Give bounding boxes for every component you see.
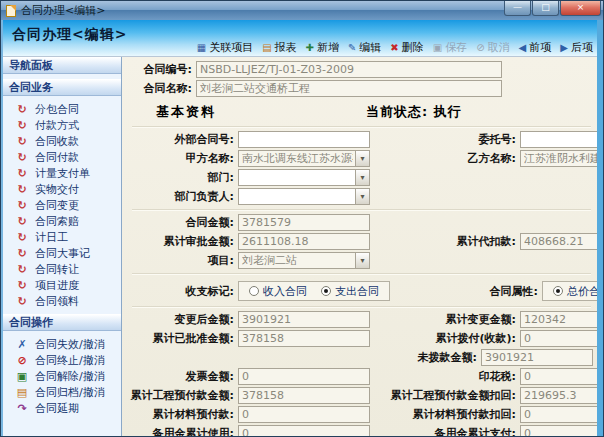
- party-b-select[interactable]: ▾: [520, 150, 597, 167]
- approved-total-input[interactable]: [238, 233, 370, 250]
- sidebar-item[interactable]: ↻ 实物交付: [3, 181, 121, 197]
- sidebar-item[interactable]: ↷ 合同延期: [3, 400, 121, 416]
- sidebar-item-label: 实物交付: [35, 182, 79, 197]
- toolbar-button[interactable]: ⊘ 取消: [476, 40, 509, 55]
- separator: [132, 273, 591, 275]
- sidebar-item[interactable]: ▣ 合同解除/撤消: [3, 368, 121, 384]
- sidebar-item[interactable]: ▤ 合同归档/撤消: [3, 384, 121, 400]
- dept-head-select[interactable]: ▾: [238, 188, 370, 205]
- close-button[interactable]: ×: [560, 1, 601, 16]
- toolbar-button-label: 取消: [488, 40, 510, 55]
- sidebar-item-label: 合同归档/撤消: [35, 385, 105, 400]
- chevron-down-icon[interactable]: ▾: [355, 151, 369, 166]
- toolbar-button-icon: ▶: [560, 43, 568, 53]
- toolbar-button-label: 新增: [317, 40, 339, 55]
- sidebar-item[interactable]: ↻ 计日工: [3, 229, 121, 245]
- unpaid-amount-input[interactable]: [481, 349, 593, 366]
- change-total-input[interactable]: [520, 311, 597, 328]
- sidebar-item[interactable]: ↻ 合同大事记: [3, 245, 121, 261]
- after-change-input[interactable]: [238, 311, 370, 328]
- approved-done-input[interactable]: [238, 330, 370, 347]
- department-select[interactable]: ▾: [238, 169, 370, 186]
- project-select[interactable]: ▾: [238, 252, 370, 269]
- contract-name-input[interactable]: [196, 80, 502, 97]
- sidebar-item[interactable]: ↻ 合同索赔: [3, 213, 121, 229]
- chevron-down-icon[interactable]: ▾: [355, 253, 369, 268]
- reserve-used-input[interactable]: [238, 425, 370, 436]
- radio-option[interactable]: 支出合同: [321, 284, 379, 299]
- invoice-amount-input[interactable]: [238, 368, 370, 385]
- nav-panel-title: 导航面板: [3, 57, 121, 74]
- radio-icon[interactable]: [249, 286, 259, 296]
- toolbar-button-icon: ✚: [306, 43, 314, 53]
- radio-option-label: 收入合同: [263, 284, 307, 299]
- toolbar-button[interactable]: ✎ 编辑: [348, 40, 381, 55]
- circular-arrows-icon: ↻: [16, 248, 28, 259]
- party-b-input[interactable]: [520, 150, 597, 167]
- contract-no-input[interactable]: [196, 61, 502, 78]
- sidebar-item[interactable]: ↻ 合同付款: [3, 149, 121, 165]
- department-input[interactable]: [238, 169, 370, 186]
- paid-total-input[interactable]: [520, 330, 597, 347]
- sidebar-item-label: 计日工: [35, 230, 68, 245]
- operation-icon: ▣: [16, 371, 28, 382]
- section-title-contract-operations: 合同操作: [3, 314, 121, 331]
- chevron-down-icon[interactable]: ▾: [355, 170, 369, 185]
- separator: [132, 209, 591, 211]
- sidebar-item[interactable]: ↻ 合同收款: [3, 133, 121, 149]
- contract-amount-input[interactable]: [238, 214, 370, 231]
- paid-total-label: 累计拨付(收款):: [370, 331, 520, 346]
- sidebar-item[interactable]: ↻ 合同变更: [3, 197, 121, 213]
- external-contract-no-input[interactable]: [238, 131, 370, 148]
- radio-icon[interactable]: [321, 286, 331, 296]
- toolbar-button[interactable]: ▶ 后项: [560, 40, 593, 55]
- party-a-input[interactable]: [238, 150, 370, 167]
- contract-attribute-label: 合同属性:: [426, 284, 542, 299]
- party-a-select[interactable]: ▾: [238, 150, 370, 167]
- toolbar-button-label: 编辑: [359, 40, 381, 55]
- circular-arrows-icon: ↻: [16, 264, 28, 275]
- circular-arrows-icon: ↻: [16, 232, 28, 243]
- toolbar-button[interactable]: ▦ 关联项目: [197, 40, 253, 55]
- sidebar-item[interactable]: ↻ 计量支付单: [3, 165, 121, 181]
- sidebar-item[interactable]: ✗ 合同失效/撤消: [3, 336, 121, 352]
- sidebar-item-label: 付款方式: [35, 118, 79, 133]
- dept-head-input[interactable]: [238, 188, 370, 205]
- inout-flag-label: 收支标记:: [130, 284, 238, 299]
- sidebar-item-label: 合同变更: [35, 198, 79, 213]
- radio-option[interactable]: 总价合同: [553, 284, 597, 299]
- current-status: 当前状态: 执行: [366, 103, 462, 121]
- toolbar-button[interactable]: ✖ 删除: [390, 40, 423, 55]
- material-advance-back-input[interactable]: [520, 406, 597, 423]
- chevron-down-icon[interactable]: ▾: [355, 189, 369, 204]
- toolbar-button[interactable]: ✚ 新增: [306, 40, 339, 55]
- consign-no-input[interactable]: [520, 131, 597, 148]
- sidebar-item[interactable]: ↻ 合同领料: [3, 293, 121, 309]
- sidebar-item[interactable]: ⊘ 合同终止/撤消: [3, 352, 121, 368]
- page-title: 合同办理<编辑>: [12, 26, 127, 44]
- radio-option[interactable]: 收入合同: [249, 284, 307, 299]
- circular-arrows-icon: ↻: [16, 200, 28, 211]
- maximize-button[interactable]: □: [532, 1, 559, 16]
- sidebar-item-label: 合同解除/撤消: [35, 369, 105, 384]
- proj-advance-input[interactable]: [238, 387, 370, 404]
- project-input[interactable]: [238, 252, 370, 269]
- stamp-tax-input[interactable]: [520, 368, 597, 385]
- toolbar-button[interactable]: ▤ 报表: [262, 40, 296, 55]
- sidebar-item[interactable]: ↻ 付款方式: [3, 117, 121, 133]
- sidebar-item[interactable]: ↻ 分包合同: [3, 101, 121, 117]
- toolbar-button-icon: ⊘: [476, 43, 484, 53]
- reserve-paid-input[interactable]: [520, 425, 597, 436]
- sidebar-item[interactable]: ↻ 合同转让: [3, 261, 121, 277]
- radio-icon[interactable]: [553, 286, 563, 296]
- toolbar-button[interactable]: ◀ 前项: [519, 40, 552, 55]
- toolbar-button[interactable]: ▣ 保存: [433, 40, 467, 55]
- material-advance-input[interactable]: [238, 406, 370, 423]
- material-advance-label: 累计材料预付款:: [130, 407, 238, 422]
- proj-advance-back-input[interactable]: [520, 387, 597, 404]
- sidebar-item-label: 分包合同: [35, 102, 79, 117]
- sidebar-item[interactable]: ↻ 项目进度: [3, 277, 121, 293]
- minimize-button[interactable]: —: [504, 1, 531, 16]
- withhold-total-input[interactable]: [520, 233, 597, 250]
- circular-arrows-icon: ↻: [16, 216, 28, 227]
